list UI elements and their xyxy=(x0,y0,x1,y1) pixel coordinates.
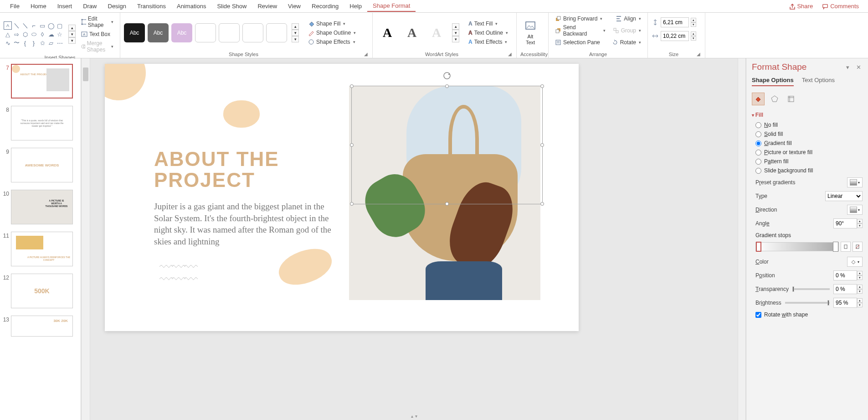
transparency-input[interactable] xyxy=(833,284,857,294)
style-swatch-1[interactable]: Abc xyxy=(124,23,145,42)
shape-more-icon[interactable]: ⋯ xyxy=(56,39,64,47)
thumb-11[interactable]: A PICTURE ALWAYS REINFORCES THE CONCEPT xyxy=(11,232,73,266)
menu-draw[interactable]: Draw xyxy=(77,1,102,11)
cat-fill-line[interactable] xyxy=(752,93,765,105)
shape-cylinder-icon[interactable]: ⬭ xyxy=(30,30,38,38)
trans-down[interactable]: ▾ xyxy=(857,289,863,294)
height-up[interactable]: ▴ xyxy=(691,18,696,22)
gradient-color-dropdown[interactable]: ▾ xyxy=(847,257,863,267)
remove-gradient-stop[interactable] xyxy=(853,242,863,252)
thumbs-scrollbar[interactable] xyxy=(81,58,90,420)
shape-line-icon[interactable]: ＼ xyxy=(12,21,21,30)
radio-no-fill[interactable]: No fill xyxy=(755,122,863,128)
menu-design[interactable]: Design xyxy=(103,1,132,11)
rotate-handle[interactable] xyxy=(443,72,451,80)
thumb-10[interactable]: A PICTURE IS WORTH A THOUSAND WORDS xyxy=(11,190,73,224)
shape-fill-button[interactable]: Shape Fill▾ xyxy=(305,20,359,28)
text-box-button[interactable]: A Text Box xyxy=(78,30,116,38)
scroll-up-icon[interactable]: ▴ xyxy=(68,25,76,31)
style-swatch-7[interactable] xyxy=(266,23,287,42)
menu-transitions[interactable]: Transitions xyxy=(132,1,171,11)
align-button[interactable]: Align▾ xyxy=(613,15,644,23)
shape-width-input[interactable] xyxy=(661,31,689,41)
menu-animations[interactable]: Animations xyxy=(171,1,211,11)
text-outline-button[interactable]: A Text Outline▾ xyxy=(466,29,511,37)
menu-slide-show[interactable]: Slide Show xyxy=(211,1,252,11)
send-backward-button[interactable]: Send Backward▾ xyxy=(552,23,608,38)
thumb-12[interactable]: 500K xyxy=(11,274,73,308)
shape-outline-button[interactable]: Shape Outline▾ xyxy=(305,29,359,37)
menu-review[interactable]: Review xyxy=(252,1,282,11)
gradient-angle-input[interactable] xyxy=(833,218,857,228)
section-fill-header[interactable]: Fill xyxy=(752,112,863,118)
style-swatch-4[interactable] xyxy=(195,23,216,42)
shape-cloud-icon[interactable]: ☁ xyxy=(47,30,55,38)
handle-sw[interactable] xyxy=(350,202,354,206)
bright-down[interactable]: ▾ xyxy=(857,303,863,307)
bright-up[interactable]: ▴ xyxy=(857,298,863,303)
shape-banner-icon[interactable]: ▱ xyxy=(47,39,55,47)
wordart-2[interactable]: A xyxy=(401,23,423,43)
scroll-down-icon[interactable]: ▾ xyxy=(452,30,459,36)
alt-text-button[interactable]: AltText xyxy=(520,18,540,47)
shape-connector-icon[interactable]: ⌐ xyxy=(30,21,38,30)
shape-styles-launcher[interactable]: ◢ xyxy=(363,52,369,57)
handle-nw[interactable] xyxy=(350,84,354,88)
radio-gradient-fill[interactable]: Gradient fill xyxy=(755,140,863,146)
width-up[interactable]: ▴ xyxy=(691,31,696,36)
canvas-vscrollbar[interactable] xyxy=(738,58,746,420)
scroll-more-icon[interactable]: ▾ xyxy=(68,37,76,44)
shape-textbox-icon[interactable]: A xyxy=(4,21,12,30)
shape-callout-icon[interactable]: ◊ xyxy=(38,30,46,38)
bring-forward-button[interactable]: Bring Forward▾ xyxy=(552,15,611,23)
shape-arrow-icon[interactable]: ⇨ xyxy=(12,30,21,38)
share-button[interactable]: Share xyxy=(784,1,817,11)
angle-down[interactable]: ▾ xyxy=(857,223,863,228)
gradient-direction-dropdown[interactable]: ▾ xyxy=(847,205,863,215)
shape-effects-button[interactable]: Shape Effects▾ xyxy=(305,38,359,46)
shapes-gallery-scroll[interactable]: ▴ ▾ ▾ xyxy=(68,25,76,44)
edit-shape-button[interactable]: Edit Shape▾ xyxy=(78,15,116,29)
shape-star5-icon[interactable]: ✩ xyxy=(38,39,46,47)
handle-n[interactable] xyxy=(445,84,449,88)
shape-style-gallery[interactable]: Abc Abc Abc xyxy=(124,23,287,42)
grad-stop-2[interactable] xyxy=(833,242,838,252)
preset-gradients-dropdown[interactable]: ▾ xyxy=(847,177,863,187)
tab-text-options[interactable]: Text Options xyxy=(802,77,835,86)
menu-view[interactable]: View xyxy=(282,1,306,11)
radio-picture-fill[interactable]: Picture or texture fill xyxy=(755,149,863,156)
scroll-down-icon[interactable]: ▾ xyxy=(68,31,76,37)
rotate-with-shape-checkbox[interactable]: Rotate with shape xyxy=(755,311,863,318)
handle-w[interactable] xyxy=(350,143,354,147)
scroll-up-icon[interactable]: ▴ xyxy=(292,23,299,30)
cat-size-properties[interactable] xyxy=(785,93,797,105)
style-gallery-scroll[interactable]: ▴ ▾ ▾ xyxy=(292,23,299,42)
wordart-gallery[interactable]: A A A xyxy=(376,23,447,43)
selection-box[interactable] xyxy=(351,86,543,204)
shape-freeform-icon[interactable]: 〜 xyxy=(12,39,21,47)
style-swatch-6[interactable] xyxy=(242,23,263,42)
thumb-9[interactable]: AWESOME WORDS xyxy=(11,148,73,182)
pane-close-button[interactable]: ✕ xyxy=(854,63,863,71)
handle-e[interactable] xyxy=(540,143,544,147)
width-down[interactable]: ▾ xyxy=(691,36,696,41)
pos-down[interactable]: ▾ xyxy=(857,275,863,280)
shape-rect-icon[interactable]: ▭ xyxy=(38,21,46,30)
text-effects-button[interactable]: A Text Effects▾ xyxy=(466,38,511,46)
shape-curve-icon[interactable]: ∿ xyxy=(4,39,12,47)
scroll-more-icon[interactable]: ▾ xyxy=(292,36,299,42)
pane-options-button[interactable]: ▾ xyxy=(843,63,852,71)
transparency-slider[interactable] xyxy=(792,288,830,290)
menu-file[interactable]: File xyxy=(5,1,25,11)
handle-se[interactable] xyxy=(540,202,544,206)
shape-roundrect-icon[interactable]: ▢ xyxy=(56,21,64,30)
brightness-slider[interactable] xyxy=(785,302,830,304)
handle-s[interactable] xyxy=(445,202,449,206)
menu-help[interactable]: Help xyxy=(344,1,367,11)
menu-home[interactable]: Home xyxy=(25,1,52,11)
angle-up[interactable]: ▴ xyxy=(857,219,863,223)
wordart-launcher[interactable]: ◢ xyxy=(507,52,513,57)
prev-slide-button[interactable]: ▴ xyxy=(411,414,413,419)
shapes-gallery[interactable]: A ＼ ＼ ⌐ ▭ ◯ ▢ △ ⇨ ⬡ ⬭ ◊ ☁ ☆ ∿ 〜 { } ✩ ▱ xyxy=(4,21,64,47)
brightness-input[interactable] xyxy=(833,298,857,308)
